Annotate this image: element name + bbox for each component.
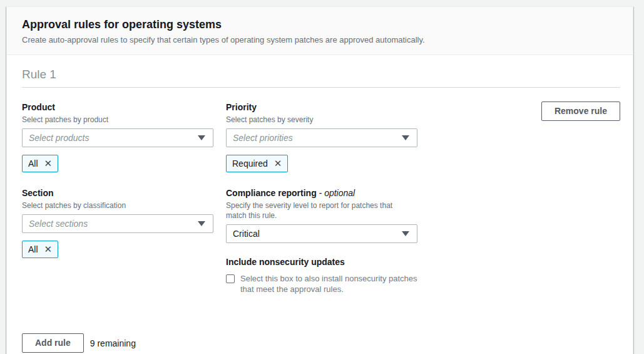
dismiss-icon[interactable]: ✕ — [44, 159, 53, 168]
remove-rule-wrap: Remove rule — [541, 102, 620, 121]
nonsecurity-checkbox-row: Select this box to also install nonsecur… — [226, 273, 417, 294]
nonsecurity-checkbox-description: Select this box to also install nonsecur… — [240, 273, 417, 294]
compliance-field: Compliance reporting - optional Specify … — [226, 187, 417, 294]
chevron-down-icon — [198, 135, 205, 140]
card-body: Rule 1 Product Select patches by product… — [7, 55, 633, 354]
rule-row-2: Section Select patches by classification… — [22, 187, 620, 294]
product-token-all: All ✕ — [22, 155, 58, 172]
product-description: Select patches by product — [22, 115, 213, 125]
priority-label: Priority — [226, 102, 417, 113]
compliance-optional-suffix: - optional — [319, 188, 355, 198]
compliance-label: Compliance reporting - optional — [226, 187, 417, 199]
dismiss-icon[interactable]: ✕ — [44, 244, 53, 254]
priority-select-placeholder: Select priorities — [233, 133, 293, 143]
token-label: All — [28, 244, 38, 254]
chevron-down-icon — [402, 231, 409, 236]
page-description: Create auto-approval rules to specify th… — [22, 35, 618, 44]
priority-field: Priority Select patches by severity Sele… — [226, 102, 417, 172]
card-header: Approval rules for operating systems Cre… — [7, 7, 633, 55]
nonsecurity-field: Include nonsecurity updates Select this … — [226, 257, 417, 294]
priority-token-required: Required ✕ — [226, 155, 288, 172]
rule-title: Rule 1 — [22, 68, 620, 87]
dismiss-icon[interactable]: ✕ — [274, 159, 282, 168]
product-select[interactable]: Select products — [22, 128, 213, 147]
token-label: All — [28, 159, 38, 169]
chevron-down-icon — [402, 135, 409, 140]
footer-row: Add rule 9 remaining — [22, 333, 620, 353]
priority-description: Select patches by severity — [226, 115, 417, 125]
product-select-placeholder: Select products — [29, 133, 89, 143]
compliance-description: Specify the severity level to report for… — [226, 200, 414, 221]
priority-select[interactable]: Select priorities — [226, 128, 417, 147]
section-field: Section Select patches by classification… — [22, 187, 213, 258]
chevron-down-icon — [198, 221, 205, 226]
product-label: Product — [22, 102, 213, 113]
section-description: Select patches by classification — [22, 200, 213, 211]
nonsecurity-label: Include nonsecurity updates — [226, 257, 417, 267]
compliance-label-text: Compliance reporting — [226, 188, 317, 198]
compliance-select-value: Critical — [233, 229, 260, 239]
section-select-placeholder: Select sections — [29, 219, 88, 229]
rule-row-1: Product Select patches by product Select… — [22, 102, 620, 172]
token-label: Required — [232, 159, 268, 169]
approval-rules-card: Approval rules for operating systems Cre… — [6, 6, 633, 354]
page-title: Approval rules for operating systems — [22, 18, 618, 31]
section-label: Section — [22, 187, 213, 199]
nonsecurity-checkbox[interactable] — [226, 274, 235, 283]
section-select[interactable]: Select sections — [22, 214, 213, 233]
rule-divider — [22, 87, 620, 88]
add-rule-button[interactable]: Add rule — [22, 333, 84, 353]
compliance-select[interactable]: Critical — [226, 224, 417, 243]
section-token-all: All ✕ — [22, 241, 58, 258]
product-field: Product Select patches by product Select… — [22, 102, 213, 172]
remove-rule-button[interactable]: Remove rule — [541, 102, 620, 121]
rules-remaining-count: 9 remaining — [90, 338, 136, 348]
